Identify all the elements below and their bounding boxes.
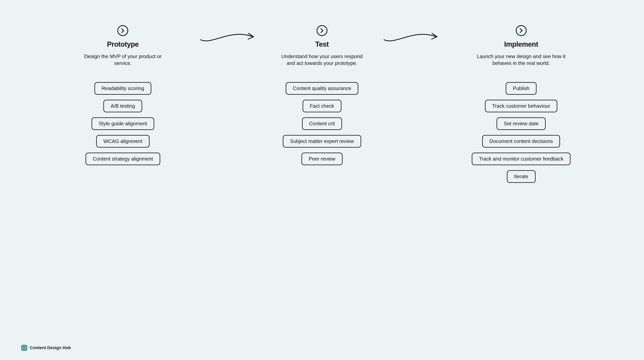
pill-list: Readability scoring A/B testing Style gu…: [27, 82, 218, 165]
column-implement: Implement Launch your new design and see…: [426, 25, 617, 183]
pill-item: Content quality assurance: [286, 82, 358, 95]
pill-item: Track customer behaviour: [485, 100, 558, 112]
chevron-right-icon: [516, 25, 527, 36]
column-description: Design the MVP of your product or servic…: [78, 53, 168, 67]
brand-name: Content Design Hub: [30, 345, 71, 350]
column-description: Launch your new design and see how it be…: [476, 53, 566, 67]
pill-item: Document content decisions: [482, 135, 560, 148]
pill-item: Iterate: [507, 170, 536, 183]
pill-item: Publish: [506, 82, 536, 95]
pill-item: Peer review: [302, 153, 342, 165]
column-title: Implement: [504, 40, 538, 48]
pill-item: Subject matter expert review: [283, 135, 361, 148]
pill-item: Set review date: [496, 117, 546, 130]
pill-item: Content strategy alignment: [86, 153, 160, 165]
chevron-right-icon: [117, 25, 128, 36]
brand-footer: Content Design Hub: [21, 345, 71, 351]
pill-item: Readability scoring: [94, 82, 152, 95]
pill-list: Publish Track customer behaviour Set rev…: [426, 82, 617, 183]
column-title: Test: [315, 40, 328, 48]
pill-list: Content quality assurance Fact check Con…: [226, 82, 418, 165]
pill-item: WCAG alignment: [96, 135, 150, 148]
column-test: Test Understand how your users respond a…: [226, 25, 418, 183]
diagram-stage: Prototype Design the MVP of your product…: [0, 0, 644, 221]
chevron-right-icon: [316, 25, 328, 36]
pill-item: Content crit: [302, 117, 342, 130]
column-title: Prototype: [107, 40, 139, 48]
column-prototype: Prototype Design the MVP of your product…: [27, 25, 218, 183]
pill-item: A/B testing: [104, 100, 142, 112]
pill-item: Fact check: [302, 100, 342, 112]
column-description: Understand how your users respond and ac…: [278, 53, 366, 67]
brand-icon: [21, 345, 27, 351]
pill-item: Track and monitor customer feedback: [472, 153, 570, 165]
pill-item: Style guide alignment: [92, 117, 154, 130]
